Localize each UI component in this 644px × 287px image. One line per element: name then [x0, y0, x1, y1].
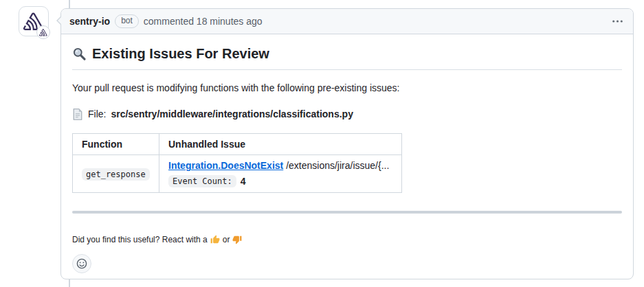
- section-heading-text: Existing Issues For Review: [92, 44, 269, 63]
- avatar[interactable]: [19, 6, 49, 36]
- event-count-label: Event Count:: [168, 175, 236, 187]
- issues-table: Function Unhandled Issue get_response In…: [72, 133, 402, 193]
- comment-card: sentry-io bot commented 18 minutes ago E…: [60, 8, 634, 279]
- comment-header: sentry-io bot commented 18 minutes ago: [61, 9, 633, 34]
- event-count-line: Event Count: 4: [168, 175, 392, 187]
- event-count-value: 4: [241, 176, 246, 187]
- function-cell: get_response: [73, 155, 159, 193]
- column-header-function: Function: [73, 134, 159, 155]
- thumbs-down-icon: [232, 235, 242, 244]
- kebab-horizontal-icon: [612, 16, 623, 27]
- function-name-code: get_response: [82, 168, 150, 181]
- feedback-conjunction: or: [223, 234, 230, 245]
- table-header-row: Function Unhandled Issue: [73, 134, 402, 155]
- file-line: File: src/sentry/middleware/integrations…: [72, 107, 622, 122]
- kebab-menu-button[interactable]: [610, 13, 625, 30]
- feedback-prefix: Did you find this useful? React with a: [72, 234, 208, 245]
- table-row: get_response Integration.DoesNotExist /e…: [73, 155, 402, 193]
- thumbs-up-icon: [210, 235, 220, 244]
- issue-location: /extensions/jira/issue/{...: [286, 160, 389, 171]
- column-header-unhandled-issue: Unhandled Issue: [159, 134, 402, 155]
- issue-title-line: Integration.DoesNotExist /extensions/jir…: [168, 160, 392, 171]
- timeline-line-top: [69, 0, 70, 8]
- add-reaction-button[interactable]: [72, 254, 91, 273]
- comment-body: Existing Issues For Review Your pull req…: [61, 34, 633, 283]
- magnifying-glass-icon: [72, 47, 87, 61]
- issue-link[interactable]: Integration.DoesNotExist: [168, 160, 283, 171]
- divider: [72, 211, 622, 214]
- author-link[interactable]: sentry-io: [69, 16, 110, 27]
- file-label: File:: [88, 107, 106, 122]
- comment-timestamp-link[interactable]: commented 18 minutes ago: [144, 16, 263, 27]
- avatar-bot-badge: [36, 25, 50, 39]
- sentry-logo-icon: [39, 29, 47, 36]
- smiley-icon: [76, 258, 87, 269]
- file-path: src/sentry/middleware/integrations/class…: [111, 107, 353, 122]
- issue-cell: Integration.DoesNotExist /extensions/jir…: [159, 155, 402, 193]
- page-facing-up-icon: [72, 108, 83, 120]
- section-heading: Existing Issues For Review: [72, 44, 622, 70]
- feedback-prompt: Did you find this useful? React with a o…: [72, 234, 622, 245]
- intro-text: Your pull request is modifying functions…: [72, 81, 622, 95]
- bot-badge: bot: [115, 14, 139, 28]
